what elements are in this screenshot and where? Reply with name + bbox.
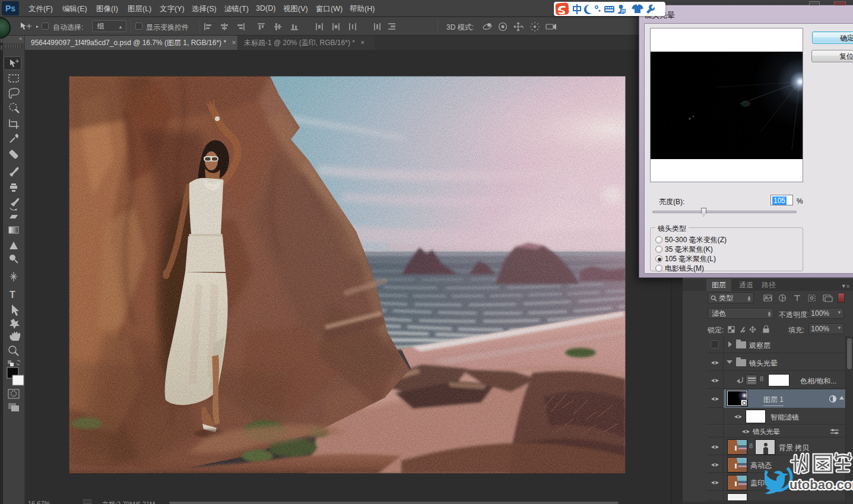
svg-text:utobao.com: utobao.com xyxy=(789,477,853,492)
svg-text:20: 20 xyxy=(621,9,626,13)
svg-text:T: T xyxy=(9,290,15,300)
